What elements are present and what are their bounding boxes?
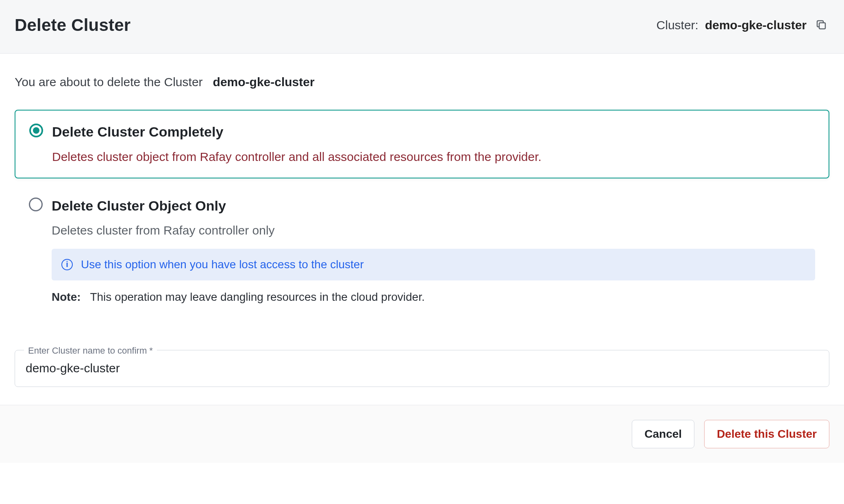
intro-text: You are about to delete the Cluster demo… [15, 74, 829, 91]
cluster-name: demo-gke-cluster [705, 17, 807, 34]
confirm-label: Enter Cluster name to confirm * [24, 345, 157, 357]
copy-icon [815, 19, 827, 32]
option-description: Deletes cluster object from Rafay contro… [52, 149, 815, 165]
option-title: Delete Cluster Object Only [52, 197, 815, 215]
page-title: Delete Cluster [15, 14, 131, 37]
dialog-footer: Cancel Delete this Cluster [0, 405, 844, 463]
cancel-button[interactable]: Cancel [632, 420, 694, 448]
dialog-content: You are about to delete the Cluster demo… [0, 54, 844, 405]
note-label: Note: [52, 291, 81, 303]
cluster-prefix: Cluster: [657, 17, 698, 34]
option-delete-object-only[interactable]: Delete Cluster Object Only Deletes clust… [15, 184, 829, 317]
note-text: This operation may leave dangling resour… [90, 291, 424, 303]
radio-selected-icon [29, 124, 43, 137]
confirm-cluster-name-field: Enter Cluster name to confirm * [15, 350, 829, 387]
option-note: Note: This operation may leave dangling … [52, 289, 815, 305]
option-delete-completely[interactable]: Delete Cluster Completely Deletes cluste… [15, 110, 829, 178]
delete-options: Delete Cluster Completely Deletes cluste… [15, 110, 829, 317]
option-title: Delete Cluster Completely [52, 123, 815, 141]
intro-prefix: You are about to delete the Cluster [15, 75, 203, 89]
option-info-banner: i Use this option when you have lost acc… [52, 249, 815, 280]
cluster-indicator: Cluster: demo-gke-cluster [657, 17, 829, 34]
info-icon: i [61, 259, 73, 270]
option-description: Deletes cluster from Rafay controller on… [52, 222, 815, 239]
svg-rect-0 [819, 23, 825, 29]
dialog-header: Delete Cluster Cluster: demo-gke-cluster [0, 0, 844, 54]
confirm-cluster-name-input[interactable] [25, 361, 819, 376]
option-info-text: Use this option when you have lost acces… [81, 257, 364, 272]
delete-cluster-button[interactable]: Delete this Cluster [704, 420, 829, 448]
copy-cluster-name-button[interactable] [813, 17, 829, 33]
intro-cluster-name: demo-gke-cluster [213, 75, 315, 89]
radio-unselected-icon [29, 198, 43, 211]
